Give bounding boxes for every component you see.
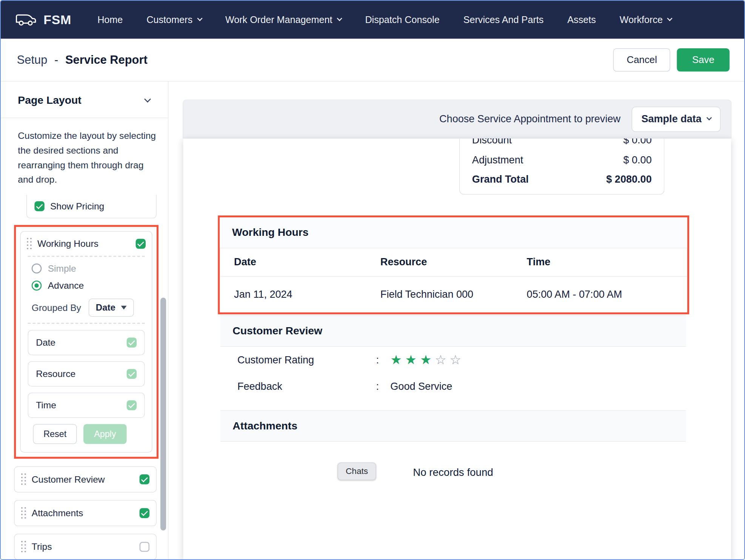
working-hours-panel: Working Hours Simple Advance bbox=[20, 231, 152, 453]
customer-review-checkbox[interactable] bbox=[140, 474, 149, 484]
resource-checkbox[interactable] bbox=[127, 369, 137, 379]
layout-description: Customize the layout by selecting the de… bbox=[18, 129, 157, 187]
section-label: Customer Review bbox=[32, 474, 105, 485]
cell-resource: Field Technician 000 bbox=[380, 289, 527, 300]
star-icon: ★ bbox=[390, 353, 405, 367]
star-icon: ★ bbox=[405, 353, 420, 367]
nav-label: Home bbox=[97, 14, 123, 25]
column-header: Time bbox=[527, 256, 673, 268]
nav-label: Assets bbox=[567, 14, 596, 25]
working-hours-checkbox[interactable] bbox=[136, 239, 146, 249]
working-hours-table-row: Jan 11, 2024 Field Technician 000 05:00 … bbox=[220, 277, 687, 312]
page-title: Setup - Service Report bbox=[17, 53, 148, 66]
show-pricing-checkbox[interactable] bbox=[34, 201, 44, 211]
title-prefix: Setup bbox=[17, 53, 48, 66]
caret-down-icon bbox=[121, 306, 127, 309]
customer-rating-label: Customer Rating bbox=[237, 354, 376, 366]
pricing-row-adjustment: Adjustment $ 0.00 bbox=[460, 151, 664, 170]
column-header: Date bbox=[234, 256, 380, 268]
nav-items: Home Customers Work Order Management Dis… bbox=[86, 1, 684, 39]
simple-radio[interactable] bbox=[32, 263, 42, 273]
preview-toolbar-label: Choose Service Appointment to preview bbox=[439, 113, 620, 125]
section-card-trips: Trips bbox=[14, 534, 157, 560]
attachments-checkbox[interactable] bbox=[140, 508, 149, 518]
top-navbar: FSM Home Customers Work Order Management… bbox=[1, 1, 745, 39]
chevron-down-icon bbox=[667, 16, 673, 21]
advance-radio[interactable] bbox=[32, 281, 42, 291]
trips-checkbox[interactable] bbox=[140, 542, 149, 552]
feedback-value: Good Service bbox=[390, 381, 673, 392]
sample-data-select[interactable]: Sample data bbox=[632, 106, 720, 132]
nav-item-home[interactable]: Home bbox=[86, 1, 135, 39]
star-icon: ★ bbox=[420, 353, 435, 367]
field-label: Date bbox=[36, 337, 55, 348]
content-area: Page Layout Customize the layout by sele… bbox=[1, 82, 745, 560]
grouped-by-select[interactable]: Date bbox=[89, 299, 134, 317]
pricing-label: Adjustment bbox=[472, 154, 523, 166]
page-layout-sidebar: Page Layout Customize the layout by sele… bbox=[1, 82, 168, 560]
feedback-label: Feedback bbox=[237, 381, 376, 392]
chats-button[interactable]: Chats bbox=[338, 463, 376, 480]
attachments-section-title: Attachments bbox=[220, 410, 686, 442]
truck-icon bbox=[15, 12, 37, 27]
drag-handle-icon[interactable] bbox=[21, 474, 26, 485]
feedback-row: Feedback : Good Service bbox=[221, 374, 685, 400]
chevron-down-icon bbox=[144, 96, 151, 103]
pricing-value: $ 0.00 bbox=[623, 154, 651, 166]
brand-logo[interactable]: FSM bbox=[15, 12, 71, 27]
app-window: FSM Home Customers Work Order Management… bbox=[0, 0, 745, 560]
working-hours-section-title: Working Hours bbox=[220, 217, 687, 248]
drag-handle-icon[interactable] bbox=[21, 541, 26, 553]
title-main: Service Report bbox=[65, 53, 148, 66]
divider bbox=[28, 323, 145, 324]
attachments-empty-state: Chats No records found bbox=[221, 442, 685, 521]
grouped-by-row: Grouped By Date bbox=[32, 299, 146, 317]
drag-handle-icon[interactable] bbox=[21, 507, 26, 519]
show-pricing-label: Show Pricing bbox=[50, 201, 104, 212]
mode-option-simple[interactable]: Simple bbox=[32, 263, 146, 274]
pricing-value: $ 0.00 bbox=[623, 138, 651, 146]
nav-item-services-and-parts[interactable]: Services And Parts bbox=[451, 1, 556, 39]
time-checkbox[interactable] bbox=[127, 400, 137, 410]
field-card-time: Time bbox=[28, 393, 145, 418]
nav-item-dispatch-console[interactable]: Dispatch Console bbox=[353, 1, 451, 39]
rating-stars[interactable]: ★★★☆☆ bbox=[390, 354, 673, 366]
mode-option-advance[interactable]: Advance bbox=[32, 280, 146, 291]
section-label: Trips bbox=[32, 542, 52, 552]
working-hours-actions: Reset Apply bbox=[33, 424, 146, 444]
column-header: Resource bbox=[380, 256, 527, 268]
pricing-label: Grand Total bbox=[472, 174, 529, 185]
app-stage: FSM Home Customers Work Order Management… bbox=[1, 1, 745, 560]
simple-radio-label: Simple bbox=[48, 263, 76, 274]
nav-item-assets[interactable]: Assets bbox=[556, 1, 608, 39]
cancel-button[interactable]: Cancel bbox=[613, 48, 670, 71]
preview-pane: Choose Service Appointment to preview Sa… bbox=[168, 82, 745, 560]
save-button[interactable]: Save bbox=[677, 48, 730, 71]
chevron-down-icon bbox=[707, 115, 712, 120]
nav-item-workforce[interactable]: Workforce bbox=[608, 1, 683, 39]
field-card-date: Date bbox=[28, 330, 145, 355]
working-hours-row: Working Hours bbox=[27, 238, 146, 249]
header-actions: Cancel Save bbox=[613, 48, 730, 71]
section-card-customer-review: Customer Review bbox=[14, 466, 157, 492]
nav-label: Work Order Management bbox=[225, 14, 332, 25]
reset-button[interactable]: Reset bbox=[33, 424, 77, 444]
nav-item-work-order-management[interactable]: Work Order Management bbox=[213, 1, 353, 39]
pricing-row-grand-total: Grand Total $ 2080.00 bbox=[460, 170, 664, 189]
cell-time: 05:00 AM - 07:00 AM bbox=[527, 289, 673, 300]
chevron-down-icon bbox=[337, 16, 342, 21]
page-layout-collapse-header[interactable]: Page Layout bbox=[1, 82, 168, 118]
sidebar-scrollbar-thumb[interactable] bbox=[160, 298, 166, 531]
date-checkbox[interactable] bbox=[127, 338, 137, 348]
customer-rating-row: Customer Rating : ★★★☆☆ bbox=[221, 346, 685, 374]
working-hours-highlight-box: Working Hours Simple Advance bbox=[14, 225, 159, 458]
apply-button[interactable]: Apply bbox=[83, 424, 126, 444]
show-pricing-card: Show Pricing bbox=[26, 195, 157, 218]
star-icon: ☆ bbox=[435, 353, 449, 367]
customer-review-section-title: Customer Review bbox=[220, 315, 686, 346]
chevron-down-icon bbox=[197, 16, 202, 21]
nav-item-customers[interactable]: Customers bbox=[135, 1, 214, 39]
field-label: Time bbox=[36, 400, 56, 411]
drag-handle-icon[interactable] bbox=[27, 238, 32, 249]
nav-label: Workforce bbox=[620, 14, 663, 25]
